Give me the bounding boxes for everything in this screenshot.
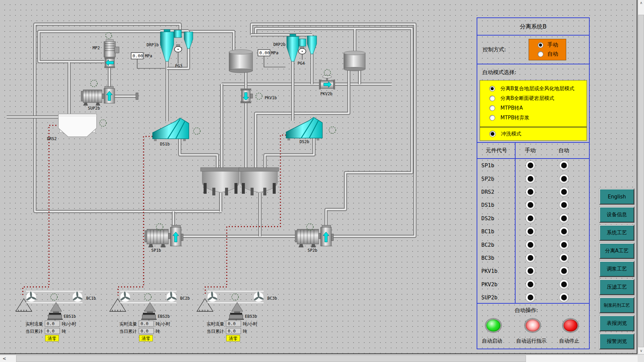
manual-lamp[interactable] [526,240,535,249]
nav-button-filter-press[interactable]: 压滤工艺 [599,279,634,295]
pressure-value-2: 0.00 [259,50,270,55]
manual-lamp[interactable] [526,161,535,170]
scroll-down-button[interactable]: ∨ [638,348,644,354]
radio-auto-icon[interactable] [538,51,543,57]
table-row: PKV1b [477,264,589,278]
content-border-right [637,0,637,354]
nav-button-device-info[interactable]: 设备信息 [599,207,634,223]
horizontal-scrollbar[interactable]: < [0,355,638,362]
label-pg4: PG4 [298,61,305,66]
manual-lamp[interactable] [526,187,535,196]
auto-lamp[interactable] [559,293,569,302]
conveyor-bc3b[interactable]: BC3b EBS3b 实时流量 0.0 吨/小时 当日累计 0.0 吨 清零 [197,291,277,341]
manual-lamp[interactable] [526,174,535,183]
scroll-left-button[interactable]: < [0,355,9,362]
manual-lamp[interactable] [526,253,535,262]
pressure-unit-1: MPa [145,54,152,58]
valve-pkv2b[interactable] [319,75,335,89]
auto-mode-label: 自动模式选择: [482,69,516,76]
total-label: 当日累计 [25,329,43,334]
auto-lamp[interactable] [559,214,569,223]
pump-sp2b[interactable] [295,225,333,247]
nav-button-slurry-agent[interactable]: 制浆药剂工艺 [599,297,634,313]
control-mode-box: 手动 自动 [529,39,566,60]
radio-auto[interactable]: 自动 [529,50,566,59]
radio-icon[interactable] [489,86,495,92]
flow-value: 0.0 [47,321,54,326]
radio-icon[interactable] [489,96,495,101]
manual-lamp[interactable] [526,293,535,302]
nav-button-english[interactable]: English [599,189,634,204]
header-component: 元件代号 [477,147,516,154]
pump-mp2[interactable] [104,40,119,68]
table-row: DRS2 [477,185,589,198]
total-unit: 吨 [156,329,160,334]
pump-sup2b[interactable] [81,86,115,106]
header-manual: 手动 [516,147,545,154]
auto-lamp[interactable] [559,200,569,209]
mode-option-1[interactable]: 分离B全断面硬岩层模式 [480,94,587,103]
mode-option-2[interactable]: MTPB转A [480,103,587,113]
manual-lamp[interactable] [526,280,535,289]
vertical-scrollbar[interactable]: ∧ ∨ [638,0,644,354]
clear-button-label: 清零 [142,336,150,341]
auto-lamp[interactable] [559,187,569,196]
content-border-bottom [0,353,637,354]
auto-lamp[interactable] [559,240,569,249]
auto-run-indicator-lamp[interactable] [525,318,541,333]
table-header: 元件代号 手动 自动 [477,143,589,159]
auto-lamp[interactable] [559,174,569,183]
total-unit: 吨 [62,329,66,334]
flow-label: 实时流量 [119,321,137,326]
auto-lamp[interactable] [559,266,569,276]
nav-button-slurry-mixing[interactable]: 调浆工艺 [599,261,634,277]
nav-button-report-view[interactable]: 表报浏览 [599,315,634,331]
pressure-display-2: 0.00 MPa [258,50,285,67]
flow-label: 实时流量 [25,321,43,326]
nav-button-system-process[interactable]: 系统工艺 [599,225,634,241]
nav-button-separation-a[interactable]: 分离A工艺 [599,243,634,259]
manual-lamp[interactable] [526,266,535,276]
radio-manual-icon[interactable] [538,42,543,48]
label-ds1b: DS1b [160,142,170,146]
mode-option-0[interactable]: 分离B复合地层或全风化地层模式 [480,84,587,94]
panel-title: 分离系统B [477,18,589,35]
tank-cylinder-b [344,51,365,71]
auto-lamp[interactable] [559,227,569,236]
label-ebs3b: EBS3b [245,314,257,319]
table-row: SP2b [477,172,589,185]
valve-pkv1b[interactable] [240,88,253,103]
auto-lamp[interactable] [559,253,569,262]
radio-icon[interactable] [489,105,495,111]
vertical-scrollbar-thumb[interactable] [638,15,644,347]
radio-manual[interactable]: 手动 [529,41,566,50]
auto-mode-section: 自动模式选择: 分离B复合地层或全风化地层模式 分离B全断面硬岩层模式 MTPB… [477,64,589,142]
auto-start-lamp[interactable] [485,318,501,333]
label-pkv2b: PKV2b [320,92,332,96]
label-bc2b: BC2b [180,296,190,301]
total-label: 当日累计 [119,329,137,334]
manual-lamp[interactable] [526,200,535,209]
mode-option-3[interactable]: MTPB转弃浆 [480,113,587,123]
mode-option-flush[interactable]: 冲洗模式 [480,127,587,140]
conveyor-bc1b[interactable]: BC1b EBS1b 实时流量 0.0 吨/小时 当日累计 0.0 吨 清零 [16,291,96,341]
manual-lamp[interactable] [526,214,535,223]
scroll-up-button[interactable]: ∧ [638,0,644,6]
radio-icon[interactable] [489,131,496,137]
horizontal-scrollbar-thumb[interactable] [16,355,526,362]
agitator-tank-2 [239,168,279,195]
auto-lamp[interactable] [559,280,569,289]
label-ebs1b: EBS1b [64,314,76,319]
radio-icon[interactable] [489,115,495,121]
nav-button-alarm-view[interactable]: 报警浏览 [599,334,634,349]
auto-lamp[interactable] [559,161,569,170]
manual-lamp[interactable] [526,227,535,236]
auto-stop-lamp[interactable] [562,318,579,333]
label-bc3b: BC3b [267,296,277,301]
agitator-tank-1 [201,168,240,195]
pump-sp1b[interactable] [145,225,183,247]
label-sp2b: SP2b [308,248,317,253]
total-unit: 吨 [243,329,247,334]
table-row: DS1b [477,198,589,212]
conveyor-bc2b[interactable]: BC2b EBS2b 实时流量 0.0 吨/小时 当日累计 0.0 吨 清零 [110,291,190,341]
